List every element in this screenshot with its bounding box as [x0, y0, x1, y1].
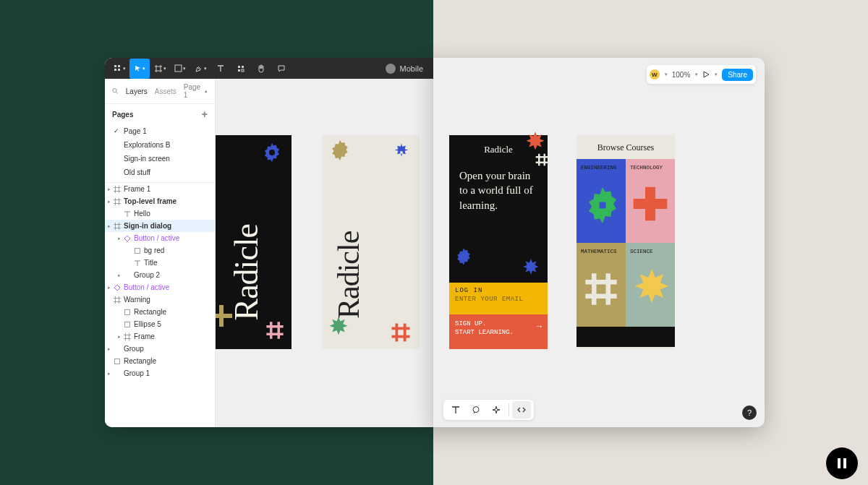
card-mathematics[interactable]: MATHEMATICS — [576, 243, 626, 327]
layer-row[interactable]: ▸Frame — [105, 330, 215, 343]
plus-icon — [630, 184, 671, 224]
card-technology[interactable]: TECHNOLOGY — [626, 159, 675, 243]
shape-tool-button[interactable]: ▾ — [170, 59, 190, 79]
layer-row[interactable]: Ellipse 5 — [105, 318, 215, 330]
layer-row[interactable]: Rectangle — [105, 306, 215, 318]
frame-icon — [122, 333, 132, 340]
svg-rect-5 — [238, 66, 240, 68]
text-icon — [451, 405, 460, 414]
gear-icon — [581, 184, 624, 227]
card-engineering[interactable]: ENGINEERING — [576, 159, 626, 243]
layer-row[interactable]: ▸Button / active — [105, 232, 215, 244]
page-selector[interactable]: Page 1▴ — [184, 83, 208, 99]
viewer-canvas[interactable]: Radicle Open your brain to a world full … — [433, 58, 765, 427]
hero-headline: Open your brain to a world full of learn… — [449, 155, 548, 213]
layer-row[interactable]: ▸Frame 1 — [105, 183, 215, 195]
gear-icon — [454, 246, 474, 267]
layer-row[interactable]: ▸Sign-in dialog — [105, 220, 215, 232]
user-avatar[interactable] — [386, 64, 396, 74]
svg-rect-6 — [242, 66, 244, 68]
layer-label: Group — [122, 345, 144, 353]
email-input[interactable]: ENTER YOUR EMAIL — [455, 296, 542, 303]
burst-icon — [631, 267, 672, 308]
frame-radicle-light[interactable]: Radicle — [322, 135, 420, 349]
layer-label: Rectangle — [132, 308, 166, 316]
svg-rect-1 — [118, 65, 120, 67]
pointer-icon — [135, 65, 142, 72]
star-icon — [391, 142, 412, 163]
frame-browse-courses[interactable]: Browse Courses ENGINEERING TECHNOLOGY MA… — [576, 135, 675, 349]
burst-icon — [328, 316, 349, 338]
pages-list: Page 1Explorations BSign-in screenOld st… — [105, 124, 215, 183]
layer-label: Title — [142, 259, 158, 267]
svg-rect-0 — [114, 65, 116, 67]
svg-point-18 — [473, 407, 479, 413]
burst-icon — [522, 258, 540, 277]
hand-tool-button[interactable] — [251, 59, 271, 79]
layer-row[interactable]: Title — [105, 257, 215, 269]
gear-icon — [260, 141, 284, 164]
sparkle-icon — [492, 405, 501, 414]
text-tool-button[interactable] — [210, 59, 231, 79]
move-tool-button[interactable]: ▾ — [129, 59, 150, 79]
hash-icon — [390, 322, 412, 343]
layer-row[interactable]: Rectangle — [105, 355, 215, 367]
assets-tab[interactable]: Assets — [155, 87, 176, 95]
frame-icon — [112, 186, 122, 193]
layer-row[interactable]: ▸Group — [105, 343, 215, 355]
frame-radicle-dark[interactable]: Radicle — [216, 135, 292, 349]
svg-point-9 — [113, 88, 116, 92]
layers-tab[interactable]: Layers — [126, 87, 148, 95]
rect-icon — [132, 247, 142, 254]
resources-button[interactable] — [231, 59, 251, 79]
layer-row[interactable]: Warning — [105, 293, 215, 306]
text-annotation-button[interactable] — [446, 401, 465, 419]
stamp-button[interactable] — [487, 401, 506, 419]
layer-row[interactable]: Hello — [105, 207, 215, 220]
page-item[interactable]: Sign-in screen — [105, 152, 215, 166]
pen-icon — [195, 64, 203, 73]
layer-row[interactable]: ▸Button / active — [105, 281, 215, 293]
card-science[interactable]: SCIENCE — [626, 243, 675, 327]
svg-rect-13 — [125, 322, 130, 327]
layer-label: Ellipse 5 — [132, 320, 161, 328]
search-icon[interactable] — [112, 87, 119, 95]
resources-icon — [237, 64, 245, 73]
page-item[interactable]: Page 1 — [105, 124, 215, 138]
layer-row[interactable]: bg red — [105, 244, 215, 257]
layer-label: Button / active — [132, 234, 179, 242]
frame-tool-button[interactable]: ▾ — [150, 59, 170, 79]
svg-rect-4 — [175, 65, 182, 72]
hash-icon — [582, 270, 620, 308]
pen-tool-button[interactable]: ▾ — [190, 59, 210, 79]
rect-icon — [112, 358, 122, 365]
svg-rect-12 — [125, 309, 130, 314]
help-button[interactable]: ? — [742, 405, 757, 420]
layer-row[interactable]: ▸Group 2 — [105, 269, 215, 281]
comment-tool-button[interactable] — [271, 59, 292, 79]
hash-icon — [535, 153, 549, 167]
frame-icon — [112, 198, 122, 205]
hash-icon — [265, 320, 285, 340]
layer-label: Group 2 — [132, 271, 160, 279]
layer-label: Sign-in dialog — [122, 222, 171, 230]
svg-rect-2 — [114, 69, 116, 71]
svg-point-15 — [269, 150, 275, 155]
page-item[interactable]: Old stuff — [105, 166, 215, 179]
devmode-button[interactable] — [512, 401, 531, 419]
page-item[interactable]: Explorations B — [105, 138, 215, 152]
layer-row[interactable]: ▸Top-level frame — [105, 195, 215, 207]
svg-rect-14 — [115, 359, 120, 364]
pause-button[interactable] — [826, 447, 858, 479]
layer-row[interactable]: ▸Group 1 — [105, 367, 215, 379]
comment-button[interactable] — [467, 401, 485, 419]
frame-icon — [112, 223, 122, 230]
layer-label: Hello — [132, 210, 150, 218]
rect-icon — [122, 321, 132, 328]
add-page-button[interactable]: + — [202, 108, 208, 120]
main-menu-button[interactable]: ▾ — [109, 59, 129, 79]
frame-signin[interactable]: Radicle Open your brain to a world full … — [449, 135, 548, 349]
rectangle-icon — [174, 64, 182, 72]
editor-canvas[interactable]: Radicle Radicle — [216, 79, 433, 427]
signup-button[interactable]: SIGN UP. START LEARNING. → — [449, 314, 548, 349]
